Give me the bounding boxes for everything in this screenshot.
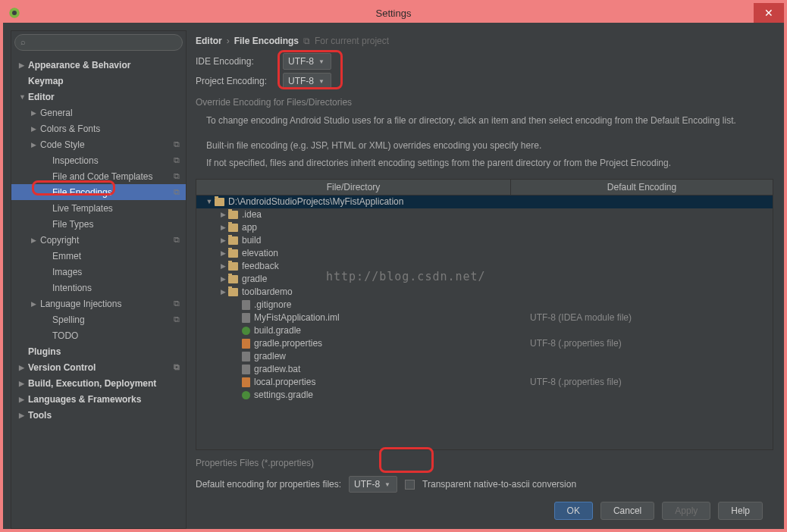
gradle-icon [242,327,250,335]
sidebar-item[interactable]: File Encodings⧉ [11,184,186,200]
copy-icon: ⧉ [174,139,180,149]
table-row[interactable]: ▶toolbardemo [196,286,773,299]
folder-icon [228,262,238,271]
project-encoding-label: Project Encoding: [196,76,275,86]
table-row[interactable]: ▶.idea [196,208,773,221]
sidebar-item[interactable]: ▶Version Control⧉ [11,359,186,375]
table-row[interactable]: ▼D:\AndroidStudioProjects\MyFistApplicat… [196,196,773,208]
copy-icon: ⧉ [174,362,180,372]
sidebar-item[interactable]: Images [11,264,186,280]
app-icon [8,6,21,20]
copy-icon: ⧉ [174,171,180,181]
file-icon [242,313,250,323]
table-row[interactable]: gradlew.bat [196,363,773,376]
sidebar-item[interactable]: File Types [11,216,186,232]
table-header-file[interactable]: File/Directory [196,180,511,195]
gradle-icon [242,391,250,399]
folder-icon [228,275,238,283]
file-icon [242,352,250,361]
table-row[interactable]: ▶build [196,234,773,247]
search-input[interactable] [14,34,183,51]
settings-tree[interactable]: ▶Appearance & BehaviorKeymap▼Editor▶Gene… [11,54,186,528]
copy-icon: ⧉ [174,315,180,324]
breadcrumb-part: Editor [196,36,222,46]
sidebar-item[interactable]: ▶Code Style⧉ [11,136,186,152]
table-header-encoding[interactable]: Default Encoding [511,180,773,195]
copy-icon: ⧉ [174,155,180,165]
sidebar-item[interactable]: Live Templates [11,200,186,216]
sidebar: ⌕ ▶Appearance & BehaviorKeymap▼Editor▶Ge… [11,30,187,529]
sidebar-item[interactable]: ▶Language Injections⧉ [11,296,186,311]
copy-icon: ⧉ [174,235,180,245]
sidebar-item[interactable]: TODO [11,327,186,343]
sidebar-item[interactable]: ▶Languages & Frameworks [11,391,186,407]
folder-icon [228,211,238,219]
sidebar-item[interactable]: Intentions [11,280,186,296]
sidebar-item[interactable]: Plugins [11,343,186,359]
table-row[interactable]: gradlew [196,350,773,363]
props-encoding-select[interactable]: UTF-8▼ [349,476,397,493]
sidebar-item[interactable]: Emmet [11,248,186,264]
override-desc: If not specified, files and directories … [193,156,776,174]
table-row[interactable]: settings.gradle [196,389,773,402]
sidebar-item[interactable]: ▼Editor [11,89,186,105]
button-bar: OK Cancel Apply Help [193,493,776,529]
folder-icon [228,236,238,245]
folder-icon [228,249,238,258]
table-row[interactable]: gradle.propertiesUTF-8 (.properties file… [196,337,773,350]
ide-encoding-label: IDE Encoding: [196,56,275,67]
sidebar-item[interactable]: ▶Copyright⧉ [11,232,186,248]
override-desc: To change encoding Android Studio uses f… [193,111,776,131]
file-icon [242,300,250,310]
sidebar-item[interactable]: ▶Appearance & Behavior [11,57,186,73]
table-row[interactable]: .gitignore [196,299,773,311]
table-body[interactable]: ▼D:\AndroidStudioProjects\MyFistApplicat… [196,196,773,449]
override-title: Override Encoding for Files/Directories [193,91,776,111]
chevron-down-icon: ▼ [318,78,325,85]
sidebar-item[interactable]: Inspections⧉ [11,152,186,168]
folder-icon [228,288,238,296]
cancel-button[interactable]: Cancel [600,502,654,520]
sidebar-item[interactable]: Spelling⧉ [11,311,186,327]
folder-icon [215,198,224,206]
table-row[interactable]: ▶feedback [196,260,773,273]
transparent-checkbox[interactable] [405,480,415,490]
breadcrumb-part: File Encodings [234,36,299,46]
copy-icon: ⧉ [174,187,180,197]
copy-icon: ⧉ [174,299,180,308]
table-row[interactable]: local.propertiesUTF-8 (.properties file) [196,376,773,389]
chevron-down-icon: ▼ [384,481,390,488]
folder-icon [228,224,238,232]
main-panel: Editor › File Encodings ⧉ For current pr… [193,30,776,529]
sidebar-item[interactable]: ▶Tools [11,407,186,423]
sidebar-item[interactable]: ▶Colors & Fonts [11,120,186,136]
props-encoding-label: Default encoding for properties files: [196,479,341,490]
ide-encoding-select[interactable]: UTF-8▼ [283,53,331,70]
table-row[interactable]: ▶gradle [196,273,773,286]
close-button[interactable]: ✕ [754,3,784,23]
table-row[interactable]: ▶elevation [196,247,773,260]
table-row[interactable]: MyFistApplication.imlUTF-8 (IDEA module … [196,311,773,324]
chevron-down-icon: ▼ [318,58,325,65]
override-desc: Built-in file encoding (e.g. JSP, HTML o… [193,131,776,156]
svg-point-1 [12,11,17,15]
table-row[interactable]: ▶app [196,221,773,234]
sidebar-item[interactable]: ▶Build, Execution, Deployment [11,375,186,391]
help-button[interactable]: Help [718,502,763,520]
window-title: Settings [376,8,412,19]
breadcrumb-hint: For current project [315,36,389,46]
sidebar-item[interactable]: Keymap [11,73,186,89]
properties-icon [242,339,250,349]
props-title: Properties Files (*.properties) [196,458,773,468]
file-icon [242,365,250,374]
table-row[interactable]: build.gradle [196,324,773,337]
breadcrumb: Editor › File Encodings ⧉ For current pr… [193,30,776,52]
project-encoding-select[interactable]: UTF-8▼ [283,73,331,89]
sidebar-item[interactable]: File and Code Templates⧉ [11,168,186,184]
sidebar-item[interactable]: ▶General [11,105,186,120]
ok-button[interactable]: OK [554,502,593,520]
apply-button[interactable]: Apply [662,502,710,520]
properties-icon [242,377,250,387]
transparent-label: Transparent native-to-ascii conversion [422,479,576,490]
search-icon: ⌕ [20,37,26,46]
